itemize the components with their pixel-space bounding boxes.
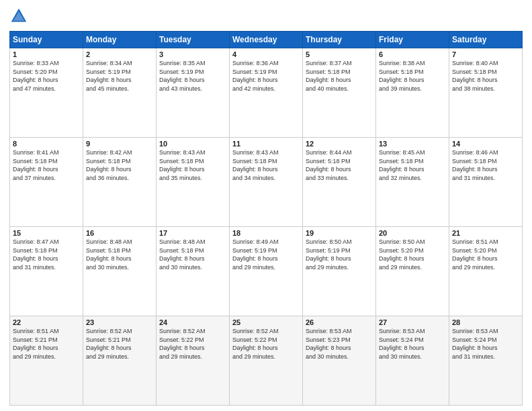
day-info: Sunrise: 8:43 AMSunset: 5:18 PMDaylight:… (232, 148, 300, 182)
day-info: Sunrise: 8:51 AMSunset: 5:20 PMDaylight:… (452, 238, 519, 271)
day-info: Sunrise: 8:35 AMSunset: 5:19 PMDaylight:… (159, 59, 226, 93)
day-number: 2 (86, 50, 153, 58)
day-info: Sunrise: 8:41 AMSunset: 5:18 PMDaylight:… (13, 148, 80, 182)
day-info: Sunrise: 8:52 AMSunset: 5:22 PMDaylight:… (232, 327, 300, 361)
day-header: Tuesday (157, 32, 230, 48)
day-number: 8 (13, 140, 80, 148)
day-number: 10 (159, 140, 226, 148)
calendar: SundayMondayTuesdayWednesdayThursdayFrid… (9, 31, 523, 406)
calendar-cell: 19 Sunrise: 8:50 AMSunset: 5:19 PMDaylig… (303, 227, 376, 316)
calendar-cell: 27 Sunrise: 8:53 AMSunset: 5:24 PMDaylig… (376, 316, 449, 406)
calendar-week-row: 22 Sunrise: 8:51 AMSunset: 5:21 PMDaylig… (10, 316, 523, 406)
calendar-cell: 9 Sunrise: 8:42 AMSunset: 5:18 PMDayligh… (83, 138, 157, 227)
calendar-cell: 24 Sunrise: 8:52 AMSunset: 5:22 PMDaylig… (157, 316, 230, 406)
header (9, 7, 523, 26)
day-header: Sunday (10, 32, 83, 48)
calendar-cell: 14 Sunrise: 8:46 AMSunset: 5:18 PMDaylig… (449, 138, 523, 227)
day-header: Thursday (303, 32, 376, 48)
calendar-cell: 25 Sunrise: 8:52 AMSunset: 5:22 PMDaylig… (230, 316, 303, 406)
day-number: 24 (159, 318, 226, 326)
day-info: Sunrise: 8:53 AMSunset: 5:23 PMDaylight:… (306, 327, 373, 361)
day-number: 3 (159, 50, 226, 58)
day-info: Sunrise: 8:47 AMSunset: 5:18 PMDaylight:… (13, 238, 80, 271)
day-info: Sunrise: 8:42 AMSunset: 5:18 PMDaylight:… (86, 148, 153, 182)
calendar-cell: 18 Sunrise: 8:49 AMSunset: 5:19 PMDaylig… (230, 227, 303, 316)
calendar-cell: 20 Sunrise: 8:50 AMSunset: 5:20 PMDaylig… (376, 227, 449, 316)
day-number: 7 (452, 50, 519, 58)
calendar-cell: 12 Sunrise: 8:44 AMSunset: 5:18 PMDaylig… (303, 138, 376, 227)
calendar-cell: 2 Sunrise: 8:34 AMSunset: 5:19 PMDayligh… (83, 48, 157, 138)
calendar-cell: 8 Sunrise: 8:41 AMSunset: 5:18 PMDayligh… (10, 138, 83, 227)
day-number: 5 (306, 50, 373, 58)
day-number: 6 (379, 50, 446, 58)
day-info: Sunrise: 8:44 AMSunset: 5:18 PMDaylight:… (306, 148, 373, 182)
day-number: 23 (86, 318, 153, 326)
logo (9, 7, 31, 26)
day-info: Sunrise: 8:50 AMSunset: 5:20 PMDaylight:… (379, 238, 446, 271)
calendar-cell: 23 Sunrise: 8:52 AMSunset: 5:21 PMDaylig… (83, 316, 157, 406)
calendar-cell: 3 Sunrise: 8:35 AMSunset: 5:19 PMDayligh… (157, 48, 230, 138)
calendar-cell: 4 Sunrise: 8:36 AMSunset: 5:19 PMDayligh… (230, 48, 303, 138)
day-info: Sunrise: 8:49 AMSunset: 5:19 PMDaylight:… (232, 238, 300, 271)
day-info: Sunrise: 8:50 AMSunset: 5:19 PMDaylight:… (306, 238, 373, 271)
calendar-cell: 6 Sunrise: 8:38 AMSunset: 5:18 PMDayligh… (376, 48, 449, 138)
day-header: Wednesday (230, 32, 303, 48)
calendar-cell: 15 Sunrise: 8:47 AMSunset: 5:18 PMDaylig… (10, 227, 83, 316)
day-number: 20 (379, 229, 446, 237)
day-number: 1 (13, 50, 80, 58)
day-header: Friday (376, 32, 449, 48)
day-number: 12 (306, 140, 373, 148)
logo-icon (9, 7, 28, 26)
day-info: Sunrise: 8:46 AMSunset: 5:18 PMDaylight:… (452, 148, 519, 182)
day-number: 19 (306, 229, 373, 237)
day-number: 25 (232, 318, 300, 326)
day-header: Saturday (449, 32, 523, 48)
calendar-cell: 17 Sunrise: 8:48 AMSunset: 5:18 PMDaylig… (157, 227, 230, 316)
calendar-cell: 22 Sunrise: 8:51 AMSunset: 5:21 PMDaylig… (10, 316, 83, 406)
day-info: Sunrise: 8:52 AMSunset: 5:21 PMDaylight:… (86, 327, 153, 361)
day-number: 18 (232, 229, 300, 237)
day-info: Sunrise: 8:43 AMSunset: 5:18 PMDaylight:… (159, 148, 226, 182)
day-info: Sunrise: 8:48 AMSunset: 5:18 PMDaylight:… (159, 238, 226, 271)
calendar-cell: 26 Sunrise: 8:53 AMSunset: 5:23 PMDaylig… (303, 316, 376, 406)
day-info: Sunrise: 8:34 AMSunset: 5:19 PMDaylight:… (86, 59, 153, 93)
day-info: Sunrise: 8:33 AMSunset: 5:20 PMDaylight:… (13, 59, 80, 93)
day-number: 21 (452, 229, 519, 237)
day-number: 11 (232, 140, 300, 148)
page: SundayMondayTuesdayWednesdayThursdayFrid… (0, 0, 532, 411)
day-number: 14 (452, 140, 519, 148)
calendar-cell: 1 Sunrise: 8:33 AMSunset: 5:20 PMDayligh… (10, 48, 83, 138)
day-info: Sunrise: 8:40 AMSunset: 5:18 PMDaylight:… (452, 59, 519, 93)
day-number: 27 (379, 318, 446, 326)
day-info: Sunrise: 8:37 AMSunset: 5:18 PMDaylight:… (306, 59, 373, 93)
calendar-week-row: 15 Sunrise: 8:47 AMSunset: 5:18 PMDaylig… (10, 227, 523, 316)
day-info: Sunrise: 8:53 AMSunset: 5:24 PMDaylight:… (379, 327, 446, 361)
day-number: 22 (13, 318, 80, 326)
day-info: Sunrise: 8:48 AMSunset: 5:18 PMDaylight:… (86, 238, 153, 271)
day-number: 28 (452, 318, 519, 326)
day-number: 17 (159, 229, 226, 237)
calendar-cell: 10 Sunrise: 8:43 AMSunset: 5:18 PMDaylig… (157, 138, 230, 227)
day-info: Sunrise: 8:38 AMSunset: 5:18 PMDaylight:… (379, 59, 446, 93)
calendar-cell: 16 Sunrise: 8:48 AMSunset: 5:18 PMDaylig… (83, 227, 157, 316)
calendar-cell: 13 Sunrise: 8:45 AMSunset: 5:18 PMDaylig… (376, 138, 449, 227)
calendar-week-row: 1 Sunrise: 8:33 AMSunset: 5:20 PMDayligh… (10, 48, 523, 138)
day-info: Sunrise: 8:45 AMSunset: 5:18 PMDaylight:… (379, 148, 446, 182)
day-number: 15 (13, 229, 80, 237)
day-number: 9 (86, 140, 153, 148)
day-info: Sunrise: 8:53 AMSunset: 5:24 PMDaylight:… (452, 327, 519, 361)
day-number: 13 (379, 140, 446, 148)
calendar-header-row: SundayMondayTuesdayWednesdayThursdayFrid… (10, 32, 523, 48)
day-header: Monday (83, 32, 157, 48)
day-number: 4 (232, 50, 300, 58)
calendar-week-row: 8 Sunrise: 8:41 AMSunset: 5:18 PMDayligh… (10, 138, 523, 227)
day-info: Sunrise: 8:36 AMSunset: 5:19 PMDaylight:… (232, 59, 300, 93)
calendar-cell: 21 Sunrise: 8:51 AMSunset: 5:20 PMDaylig… (449, 227, 523, 316)
calendar-cell: 28 Sunrise: 8:53 AMSunset: 5:24 PMDaylig… (449, 316, 523, 406)
calendar-cell: 7 Sunrise: 8:40 AMSunset: 5:18 PMDayligh… (449, 48, 523, 138)
day-info: Sunrise: 8:51 AMSunset: 5:21 PMDaylight:… (13, 327, 80, 361)
calendar-cell: 5 Sunrise: 8:37 AMSunset: 5:18 PMDayligh… (303, 48, 376, 138)
day-number: 26 (306, 318, 373, 326)
day-number: 16 (86, 229, 153, 237)
day-info: Sunrise: 8:52 AMSunset: 5:22 PMDaylight:… (159, 327, 226, 361)
